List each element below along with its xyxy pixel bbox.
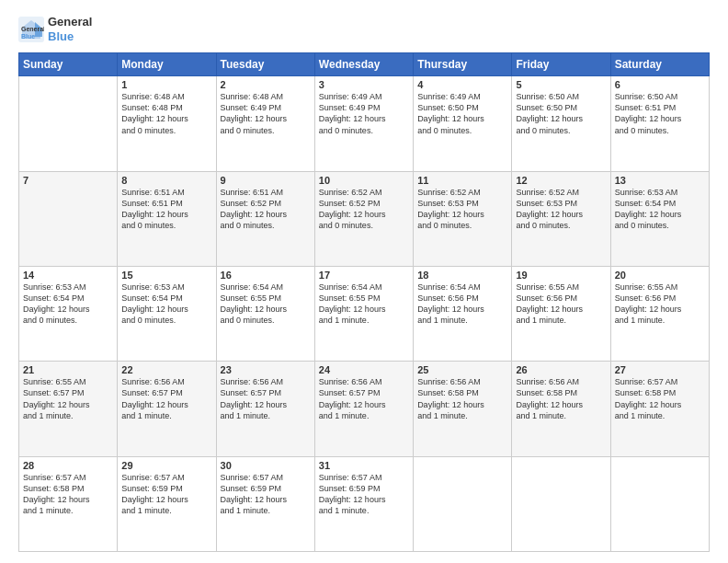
day-number: 15 <box>121 270 211 281</box>
calendar-week-2: 78Sunrise: 6:51 AM Sunset: 6:51 PM Dayli… <box>19 171 710 266</box>
day-info: Sunrise: 6:55 AM Sunset: 6:57 PM Dayligh… <box>23 376 113 421</box>
day-info: Sunrise: 6:50 AM Sunset: 6:50 PM Dayligh… <box>516 91 606 136</box>
calendar-header-saturday: Saturday <box>610 53 709 76</box>
day-number: 4 <box>417 79 507 90</box>
calendar-cell: 13Sunrise: 6:53 AM Sunset: 6:54 PM Dayli… <box>610 171 709 266</box>
calendar-cell: 7 <box>19 171 118 266</box>
day-info: Sunrise: 6:57 AM Sunset: 6:58 PM Dayligh… <box>615 376 705 421</box>
calendar-cell: 22Sunrise: 6:56 AM Sunset: 6:57 PM Dayli… <box>118 362 216 456</box>
day-info: Sunrise: 6:51 AM Sunset: 6:51 PM Dayligh… <box>121 187 211 232</box>
calendar-cell: 21Sunrise: 6:55 AM Sunset: 6:57 PM Dayli… <box>19 362 118 456</box>
logo-text-blue: Blue <box>48 29 92 44</box>
calendar-cell: 20Sunrise: 6:55 AM Sunset: 6:56 PM Dayli… <box>610 266 709 361</box>
svg-text:General: General <box>21 26 44 32</box>
day-number: 9 <box>221 175 311 186</box>
calendar-table: SundayMondayTuesdayWednesdayThursdayFrid… <box>18 52 710 552</box>
logo-text-general: General <box>48 15 92 29</box>
svg-text:Blue: Blue <box>21 33 35 40</box>
day-number: 26 <box>516 364 606 375</box>
calendar-cell: 27Sunrise: 6:57 AM Sunset: 6:58 PM Dayli… <box>610 362 709 456</box>
day-number: 1 <box>121 79 211 90</box>
calendar-cell: 6Sunrise: 6:50 AM Sunset: 6:51 PM Daylig… <box>610 76 709 171</box>
day-info: Sunrise: 6:50 AM Sunset: 6:51 PM Dayligh… <box>615 91 705 136</box>
day-info: Sunrise: 6:49 AM Sunset: 6:49 PM Dayligh… <box>319 91 409 136</box>
calendar-header-sunday: Sunday <box>19 53 118 76</box>
calendar-cell: 24Sunrise: 6:56 AM Sunset: 6:57 PM Dayli… <box>314 362 413 456</box>
calendar-header-monday: Monday <box>118 53 216 76</box>
calendar-week-4: 21Sunrise: 6:55 AM Sunset: 6:57 PM Dayli… <box>19 362 710 456</box>
day-info: Sunrise: 6:53 AM Sunset: 6:54 PM Dayligh… <box>615 187 705 232</box>
calendar-week-1: 1Sunrise: 6:48 AM Sunset: 6:48 PM Daylig… <box>19 76 710 171</box>
day-number: 30 <box>221 460 311 471</box>
day-number: 10 <box>319 175 409 186</box>
logo-icon: General Blue <box>18 17 44 42</box>
day-info: Sunrise: 6:57 AM Sunset: 6:59 PM Dayligh… <box>121 472 211 517</box>
calendar-cell: 11Sunrise: 6:52 AM Sunset: 6:53 PM Dayli… <box>414 171 512 266</box>
day-number: 7 <box>23 175 113 186</box>
calendar-header-wednesday: Wednesday <box>314 53 413 76</box>
day-number: 24 <box>319 364 409 375</box>
calendar-cell: 1Sunrise: 6:48 AM Sunset: 6:48 PM Daylig… <box>118 76 216 171</box>
day-info: Sunrise: 6:57 AM Sunset: 6:58 PM Dayligh… <box>23 472 113 517</box>
calendar-cell: 15Sunrise: 6:53 AM Sunset: 6:54 PM Dayli… <box>118 266 216 361</box>
calendar-cell: 17Sunrise: 6:54 AM Sunset: 6:55 PM Dayli… <box>314 266 413 361</box>
day-number: 8 <box>121 175 211 186</box>
calendar-cell: 8Sunrise: 6:51 AM Sunset: 6:51 PM Daylig… <box>118 171 216 266</box>
day-number: 20 <box>615 270 705 281</box>
day-info: Sunrise: 6:56 AM Sunset: 6:58 PM Dayligh… <box>417 376 507 421</box>
day-info: Sunrise: 6:54 AM Sunset: 6:55 PM Dayligh… <box>221 282 311 327</box>
day-number: 23 <box>221 364 311 375</box>
calendar-cell: 31Sunrise: 6:57 AM Sunset: 6:59 PM Dayli… <box>314 456 413 551</box>
day-number: 2 <box>221 79 311 90</box>
calendar-cell: 30Sunrise: 6:57 AM Sunset: 6:59 PM Dayli… <box>216 456 314 551</box>
day-number: 11 <box>417 175 507 186</box>
calendar-cell: 4Sunrise: 6:49 AM Sunset: 6:50 PM Daylig… <box>414 76 512 171</box>
calendar-cell <box>610 456 709 551</box>
day-number: 12 <box>516 175 606 186</box>
calendar-cell: 28Sunrise: 6:57 AM Sunset: 6:58 PM Dayli… <box>19 456 118 551</box>
calendar-cell: 26Sunrise: 6:56 AM Sunset: 6:58 PM Dayli… <box>512 362 610 456</box>
logo: General Blue General Blue <box>18 15 92 43</box>
day-info: Sunrise: 6:55 AM Sunset: 6:56 PM Dayligh… <box>615 282 705 327</box>
day-info: Sunrise: 6:53 AM Sunset: 6:54 PM Dayligh… <box>23 282 113 327</box>
page: General Blue General Blue SundayMondayTu… <box>0 0 728 563</box>
day-number: 18 <box>417 270 507 281</box>
calendar-cell: 9Sunrise: 6:51 AM Sunset: 6:52 PM Daylig… <box>216 171 314 266</box>
calendar-cell <box>414 456 512 551</box>
header: General Blue General Blue <box>18 15 710 43</box>
day-info: Sunrise: 6:56 AM Sunset: 6:57 PM Dayligh… <box>121 376 211 421</box>
day-info: Sunrise: 6:52 AM Sunset: 6:53 PM Dayligh… <box>516 187 606 232</box>
day-info: Sunrise: 6:49 AM Sunset: 6:50 PM Dayligh… <box>417 91 507 136</box>
day-number: 19 <box>516 270 606 281</box>
calendar-cell: 5Sunrise: 6:50 AM Sunset: 6:50 PM Daylig… <box>512 76 610 171</box>
calendar-cell: 16Sunrise: 6:54 AM Sunset: 6:55 PM Dayli… <box>216 266 314 361</box>
day-info: Sunrise: 6:53 AM Sunset: 6:54 PM Dayligh… <box>121 282 211 327</box>
day-info: Sunrise: 6:54 AM Sunset: 6:56 PM Dayligh… <box>417 282 507 327</box>
calendar-cell <box>512 456 610 551</box>
day-number: 27 <box>615 364 705 375</box>
day-number: 29 <box>121 460 211 471</box>
day-info: Sunrise: 6:48 AM Sunset: 6:48 PM Dayligh… <box>121 91 211 136</box>
calendar-cell: 10Sunrise: 6:52 AM Sunset: 6:52 PM Dayli… <box>314 171 413 266</box>
calendar-week-5: 28Sunrise: 6:57 AM Sunset: 6:58 PM Dayli… <box>19 456 710 551</box>
calendar-cell: 2Sunrise: 6:48 AM Sunset: 6:49 PM Daylig… <box>216 76 314 171</box>
calendar-cell: 18Sunrise: 6:54 AM Sunset: 6:56 PM Dayli… <box>414 266 512 361</box>
calendar-header-row: SundayMondayTuesdayWednesdayThursdayFrid… <box>19 53 710 76</box>
day-number: 28 <box>23 460 113 471</box>
calendar-cell: 3Sunrise: 6:49 AM Sunset: 6:49 PM Daylig… <box>314 76 413 171</box>
calendar-week-3: 14Sunrise: 6:53 AM Sunset: 6:54 PM Dayli… <box>19 266 710 361</box>
calendar-header-tuesday: Tuesday <box>216 53 314 76</box>
calendar-cell <box>19 76 118 171</box>
day-info: Sunrise: 6:56 AM Sunset: 6:58 PM Dayligh… <box>516 376 606 421</box>
calendar-cell: 12Sunrise: 6:52 AM Sunset: 6:53 PM Dayli… <box>512 171 610 266</box>
calendar-header-thursday: Thursday <box>414 53 512 76</box>
day-info: Sunrise: 6:52 AM Sunset: 6:52 PM Dayligh… <box>319 187 409 232</box>
calendar-cell: 25Sunrise: 6:56 AM Sunset: 6:58 PM Dayli… <box>414 362 512 456</box>
calendar-cell: 19Sunrise: 6:55 AM Sunset: 6:56 PM Dayli… <box>512 266 610 361</box>
day-number: 16 <box>221 270 311 281</box>
day-number: 31 <box>319 460 409 471</box>
day-number: 5 <box>516 79 606 90</box>
day-number: 21 <box>23 364 113 375</box>
day-info: Sunrise: 6:55 AM Sunset: 6:56 PM Dayligh… <box>516 282 606 327</box>
day-number: 22 <box>121 364 211 375</box>
